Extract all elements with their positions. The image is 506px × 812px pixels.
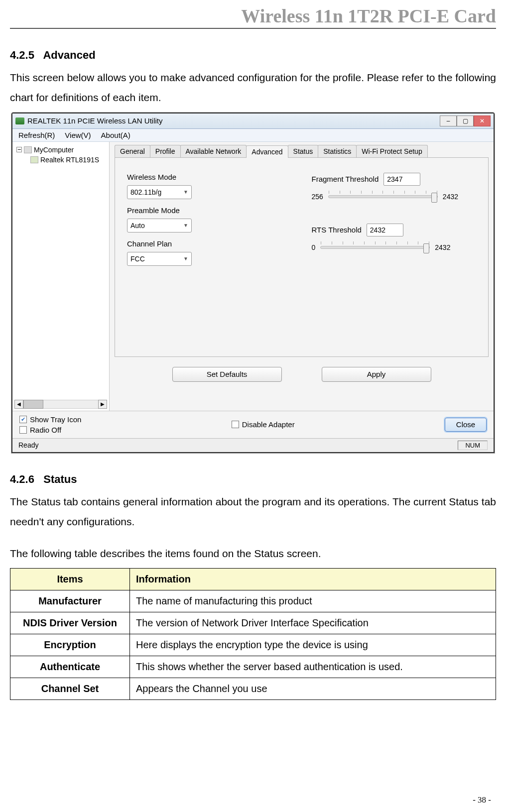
table-row: Authenticate This shows whether the serv… bbox=[10, 656, 496, 678]
section-4-2-5-heading: 4.2.5 Advanced bbox=[10, 49, 496, 62]
tree-child-row[interactable]: Realtek RTL8191S bbox=[16, 155, 107, 165]
doc-header-title: Wireless 11n 1T2R PCI-E Card bbox=[10, 5, 496, 29]
channel-plan-label: Channel Plan bbox=[127, 239, 292, 248]
section-4-2-5-para: This screen below allows you to make adv… bbox=[10, 68, 496, 108]
cell-item: Manufacturer bbox=[10, 590, 130, 612]
status-items-table: Items Information Manufacturer The name … bbox=[10, 568, 496, 700]
tree-horizontal-scrollbar[interactable]: ◀ ▶ bbox=[14, 400, 107, 409]
tree-root-label: MyComputer bbox=[34, 146, 74, 154]
preamble-mode-value: Auto bbox=[130, 222, 145, 230]
tab-general[interactable]: General bbox=[115, 145, 150, 157]
tab-strip: General Profile Available Network Advanc… bbox=[115, 145, 489, 158]
cell-item: NDIS Driver Version bbox=[10, 612, 130, 634]
wireless-mode-label: Wireless Mode bbox=[127, 173, 292, 181]
checkbox-unchecked-icon bbox=[232, 421, 239, 428]
tree-collapse-icon[interactable]: − bbox=[16, 147, 22, 152]
show-tray-icon-label: Show Tray Icon bbox=[30, 415, 81, 424]
chevron-down-icon: ▼ bbox=[183, 223, 188, 228]
close-button[interactable]: Close bbox=[445, 418, 487, 432]
preamble-mode-combo[interactable]: Auto ▼ bbox=[127, 219, 192, 232]
section-num: 4.2.6 bbox=[10, 473, 34, 485]
rts-slider-max: 2432 bbox=[435, 243, 450, 251]
section-num: 4.2.5 bbox=[10, 49, 34, 61]
section-4-2-6-heading: 4.2.6 Status bbox=[10, 473, 496, 486]
disable-adapter-checkbox[interactable]: Disable Adapter bbox=[232, 420, 295, 429]
tab-profile[interactable]: Profile bbox=[150, 145, 181, 157]
chevron-down-icon: ▼ bbox=[183, 189, 188, 195]
tab-statistics[interactable]: Statistics bbox=[318, 145, 357, 157]
apply-button[interactable]: Apply bbox=[322, 367, 431, 382]
fragment-threshold-slider[interactable] bbox=[328, 195, 438, 198]
preamble-mode-label: Preamble Mode bbox=[127, 206, 292, 215]
window-title-text: REALTEK 11n PCIE Wireless LAN Utility bbox=[27, 116, 162, 125]
rts-slider-thumb[interactable] bbox=[423, 243, 429, 253]
radio-off-checkbox[interactable]: Radio Off bbox=[19, 426, 81, 434]
cell-info: This shows whether the server based auth… bbox=[130, 656, 496, 678]
table-row: Manufacturer The name of manufacturing t… bbox=[10, 590, 496, 612]
section-name: Status bbox=[43, 473, 77, 485]
menu-refresh[interactable]: Refresh(R) bbox=[18, 131, 55, 139]
rts-slider-min: 0 bbox=[312, 243, 316, 251]
checkbox-unchecked-icon bbox=[19, 426, 27, 434]
window-titlebar: REALTEK 11n PCIE Wireless LAN Utility – … bbox=[12, 114, 494, 129]
scroll-right-arrow-icon[interactable]: ▶ bbox=[98, 400, 107, 409]
checkbox-checked-icon: ✔ bbox=[19, 416, 27, 423]
fragment-slider-max: 2432 bbox=[443, 193, 458, 201]
tab-wifi-protect-setup[interactable]: Wi-Fi Protect Setup bbox=[356, 145, 427, 157]
chevron-down-icon: ▼ bbox=[183, 256, 188, 261]
window-maximize-button[interactable]: ▢ bbox=[457, 116, 474, 126]
cell-info: Here displays the encryption type the de… bbox=[130, 634, 496, 656]
tab-available-network[interactable]: Available Network bbox=[180, 145, 247, 157]
window-minimize-button[interactable]: – bbox=[440, 116, 457, 126]
col-header-information: Information bbox=[130, 569, 496, 590]
section-4-2-6-para2: The following table describes the items … bbox=[10, 544, 496, 564]
tree-root-row[interactable]: − MyComputer bbox=[16, 145, 107, 155]
status-num-indicator: NUM bbox=[458, 441, 488, 450]
channel-plan-combo[interactable]: FCC ▼ bbox=[127, 252, 192, 266]
window-bottom-bar: ✔ Show Tray Icon Radio Off Disable Adapt… bbox=[12, 411, 494, 438]
table-row: Encryption Here displays the encryption … bbox=[10, 634, 496, 656]
show-tray-icon-checkbox[interactable]: ✔ Show Tray Icon bbox=[19, 415, 81, 424]
cell-info: Appears the Channel you use bbox=[130, 678, 496, 700]
fragment-slider-thumb[interactable] bbox=[431, 193, 437, 203]
computer-icon bbox=[24, 146, 32, 153]
wireless-mode-value: 802.11b/g bbox=[130, 188, 161, 196]
cell-info: The version of Network Driver Interface … bbox=[130, 612, 496, 634]
col-header-items: Items bbox=[10, 569, 130, 590]
menu-bar: Refresh(R) View(V) About(A) bbox=[12, 129, 494, 142]
section-4-2-6-para1: The Status tab contains general informat… bbox=[10, 492, 496, 532]
menu-about[interactable]: About(A) bbox=[101, 131, 130, 139]
tree-child-label: Realtek RTL8191S bbox=[40, 156, 99, 164]
tab-advanced[interactable]: Advanced bbox=[246, 145, 288, 158]
rts-threshold-slider[interactable] bbox=[320, 246, 430, 249]
cell-item: Authenticate bbox=[10, 656, 130, 678]
scroll-left-arrow-icon[interactable]: ◀ bbox=[14, 400, 23, 409]
table-row: Channel Set Appears the Channel you use bbox=[10, 678, 496, 700]
table-row: NDIS Driver Version The version of Netwo… bbox=[10, 612, 496, 634]
section-name: Advanced bbox=[43, 49, 95, 61]
device-tree: − MyComputer Realtek RTL8191S ◀ ▶ bbox=[12, 142, 110, 411]
window-close-button[interactable]: ✕ bbox=[474, 116, 491, 126]
fragment-threshold-input[interactable]: 2347 bbox=[383, 173, 420, 186]
page-number: - 38 - bbox=[473, 795, 491, 805]
adapter-icon bbox=[30, 156, 38, 163]
wireless-mode-combo[interactable]: 802.11b/g ▼ bbox=[127, 185, 192, 199]
app-icon bbox=[15, 117, 24, 124]
status-ready-text: Ready bbox=[18, 441, 38, 449]
cell-item: Channel Set bbox=[10, 678, 130, 700]
scroll-track[interactable] bbox=[43, 400, 98, 409]
rts-threshold-label: RTS Threshold bbox=[312, 226, 362, 234]
disable-adapter-label: Disable Adapter bbox=[242, 420, 295, 429]
app-window: REALTEK 11n PCIE Wireless LAN Utility – … bbox=[11, 113, 495, 453]
cell-item: Encryption bbox=[10, 634, 130, 656]
menu-view[interactable]: View(V) bbox=[65, 131, 91, 139]
set-defaults-button[interactable]: Set Defaults bbox=[172, 367, 282, 382]
fragment-threshold-label: Fragment Threshold bbox=[312, 175, 379, 183]
scroll-thumb[interactable] bbox=[23, 400, 43, 409]
radio-off-label: Radio Off bbox=[30, 426, 61, 434]
rts-threshold-input[interactable]: 2432 bbox=[367, 224, 403, 236]
tab-status[interactable]: Status bbox=[288, 145, 319, 157]
table-header-row: Items Information bbox=[10, 569, 496, 590]
channel-plan-value: FCC bbox=[130, 255, 145, 263]
tab-content-advanced: Wireless Mode 802.11b/g ▼ Preamble Mode … bbox=[115, 158, 489, 357]
